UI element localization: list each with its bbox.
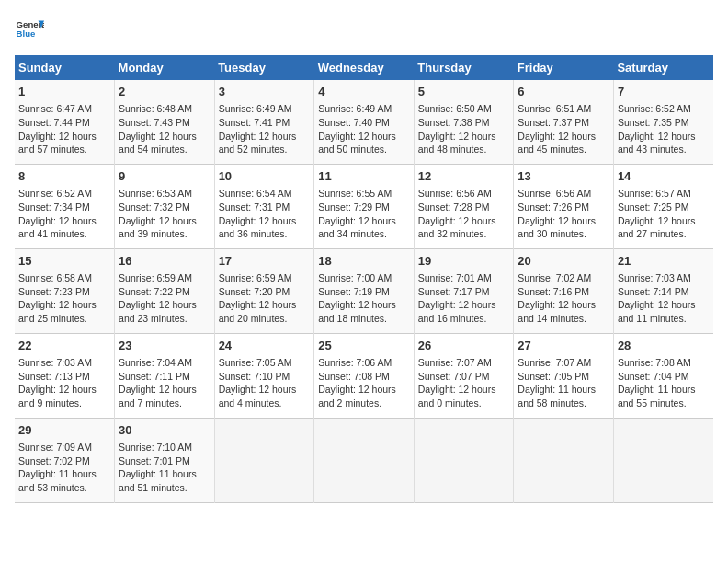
day-number: 2 — [119, 84, 210, 100]
daylight-label: Daylight: 12 hours and 0 minutes. — [418, 384, 496, 408]
daylight-label: Daylight: 12 hours and 25 minutes. — [18, 299, 97, 324]
calendar-cell: 22Sunrise: 7:03 AMSunset: 7:13 PMDayligh… — [15, 333, 115, 418]
daylight-label: Daylight: 12 hours and 7 minutes. — [119, 384, 197, 408]
calendar-cell: 15Sunrise: 6:58 AMSunset: 7:23 PMDayligh… — [15, 248, 115, 333]
sunset: Sunset: 7:05 PM — [518, 371, 589, 382]
calendar-cell: 27Sunrise: 7:07 AMSunset: 7:05 PMDayligh… — [514, 333, 614, 418]
day-header-sunday: Sunday — [15, 55, 115, 80]
sunrise: Sunrise: 6:49 AM — [318, 103, 392, 114]
daylight-label: Daylight: 12 hours and 27 minutes. — [618, 215, 696, 240]
daylight-label: Daylight: 12 hours and 9 minutes. — [18, 384, 97, 408]
day-number: 11 — [318, 168, 410, 185]
calendar-cell: 4Sunrise: 6:49 AMSunset: 7:40 PMDaylight… — [314, 80, 415, 164]
day-number: 29 — [18, 422, 110, 439]
day-number: 26 — [418, 338, 510, 354]
calendar-cell: 28Sunrise: 7:08 AMSunset: 7:04 PMDayligh… — [613, 333, 713, 418]
calendar-cell: 5Sunrise: 6:50 AMSunset: 7:38 PMDaylight… — [414, 80, 514, 164]
sunrise: Sunrise: 7:01 AM — [418, 272, 492, 283]
sunrise: Sunrise: 7:02 AM — [518, 272, 591, 283]
sunset: Sunset: 7:04 PM — [618, 371, 689, 382]
day-number: 17 — [219, 253, 311, 270]
sunrise: Sunrise: 7:07 AM — [418, 357, 492, 368]
daylight-label: Daylight: 12 hours and 34 minutes. — [318, 215, 396, 240]
daylight-label: Daylight: 12 hours and 36 minutes. — [219, 215, 297, 240]
sunset: Sunset: 7:28 PM — [418, 201, 490, 213]
sunrise: Sunrise: 6:52 AM — [18, 188, 92, 199]
svg-text:Blue: Blue — [17, 29, 36, 39]
calendar-cell — [414, 418, 514, 502]
daylight-label: Daylight: 12 hours and 18 minutes. — [318, 299, 396, 324]
week-row-3: 15Sunrise: 6:58 AMSunset: 7:23 PMDayligh… — [15, 248, 713, 333]
daylight-label: Daylight: 12 hours and 39 minutes. — [119, 215, 197, 240]
calendar-cell: 25Sunrise: 7:06 AMSunset: 7:08 PMDayligh… — [314, 333, 415, 418]
sunset: Sunset: 7:14 PM — [618, 286, 689, 297]
daylight-label: Daylight: 12 hours and 43 minutes. — [618, 131, 696, 155]
day-number: 19 — [418, 253, 510, 270]
sunrise: Sunrise: 6:54 AM — [219, 188, 292, 199]
calendar-cell — [613, 418, 713, 502]
sunset: Sunset: 7:16 PM — [518, 286, 589, 297]
sunrise: Sunrise: 7:07 AM — [518, 357, 591, 368]
sunset: Sunset: 7:23 PM — [18, 286, 90, 297]
sunset: Sunset: 7:34 PM — [18, 201, 90, 213]
sunrise: Sunrise: 7:10 AM — [119, 442, 192, 453]
day-number: 18 — [318, 253, 410, 270]
day-number: 12 — [418, 168, 510, 185]
day-number: 6 — [518, 84, 609, 100]
daylight-label: Daylight: 11 hours and 55 minutes. — [618, 384, 696, 408]
day-number: 7 — [618, 84, 710, 100]
sunset: Sunset: 7:17 PM — [418, 286, 490, 297]
daylight-label: Daylight: 12 hours and 20 minutes. — [219, 299, 297, 324]
calendar-cell: 20Sunrise: 7:02 AMSunset: 7:16 PMDayligh… — [514, 248, 614, 333]
sunset: Sunset: 7:29 PM — [318, 201, 390, 213]
calendar-cell: 14Sunrise: 6:57 AMSunset: 7:25 PMDayligh… — [613, 164, 713, 248]
week-row-4: 22Sunrise: 7:03 AMSunset: 7:13 PMDayligh… — [15, 333, 713, 418]
calendar-cell: 10Sunrise: 6:54 AMSunset: 7:31 PMDayligh… — [214, 164, 314, 248]
sunset: Sunset: 7:02 PM — [18, 455, 90, 466]
calendar-cell: 18Sunrise: 7:00 AMSunset: 7:19 PMDayligh… — [314, 248, 415, 333]
day-header-friday: Friday — [514, 55, 614, 80]
daylight-label: Daylight: 12 hours and 14 minutes. — [518, 299, 596, 324]
calendar-cell: 12Sunrise: 6:56 AMSunset: 7:28 PMDayligh… — [414, 164, 514, 248]
calendar-cell: 26Sunrise: 7:07 AMSunset: 7:07 PMDayligh… — [414, 333, 514, 418]
logo: General Blue — [15, 15, 44, 44]
calendar-cell: 30Sunrise: 7:10 AMSunset: 7:01 PMDayligh… — [115, 418, 215, 502]
calendar-cell: 2Sunrise: 6:48 AMSunset: 7:43 PMDaylight… — [115, 80, 215, 164]
calendar-cell: 21Sunrise: 7:03 AMSunset: 7:14 PMDayligh… — [613, 248, 713, 333]
sunrise: Sunrise: 6:58 AM — [18, 272, 92, 283]
sunset: Sunset: 7:25 PM — [618, 201, 689, 213]
sunrise: Sunrise: 7:05 AM — [219, 357, 292, 368]
sunrise: Sunrise: 6:53 AM — [119, 188, 192, 199]
sunset: Sunset: 7:38 PM — [418, 117, 490, 128]
sunset: Sunset: 7:07 PM — [418, 371, 490, 382]
day-number: 15 — [18, 253, 110, 270]
calendar-cell: 29Sunrise: 7:09 AMSunset: 7:02 PMDayligh… — [15, 418, 115, 502]
sunset: Sunset: 7:11 PM — [119, 371, 190, 382]
sunset: Sunset: 7:31 PM — [219, 201, 290, 213]
week-row-1: 1Sunrise: 6:47 AMSunset: 7:44 PMDaylight… — [15, 80, 713, 164]
sunset: Sunset: 7:13 PM — [18, 371, 90, 382]
daylight-label: Daylight: 12 hours and 11 minutes. — [618, 299, 696, 324]
week-row-2: 8Sunrise: 6:52 AMSunset: 7:34 PMDaylight… — [15, 164, 713, 248]
day-number: 21 — [618, 253, 710, 270]
day-number: 22 — [18, 338, 110, 354]
sunset: Sunset: 7:40 PM — [318, 117, 390, 128]
day-number: 20 — [518, 253, 609, 270]
sunrise: Sunrise: 6:49 AM — [219, 103, 292, 114]
sunset: Sunset: 7:20 PM — [219, 286, 290, 297]
sunset: Sunset: 7:08 PM — [318, 371, 390, 382]
day-header-monday: Monday — [115, 55, 215, 80]
sunset: Sunset: 7:01 PM — [119, 455, 190, 466]
sunrise: Sunrise: 7:03 AM — [618, 272, 691, 283]
calendar-cell: 23Sunrise: 7:04 AMSunset: 7:11 PMDayligh… — [115, 333, 215, 418]
sunset: Sunset: 7:35 PM — [618, 117, 689, 128]
sunset: Sunset: 7:22 PM — [119, 286, 190, 297]
calendar-cell: 8Sunrise: 6:52 AMSunset: 7:34 PMDaylight… — [15, 164, 115, 248]
calendar-cell: 24Sunrise: 7:05 AMSunset: 7:10 PMDayligh… — [214, 333, 314, 418]
calendar-cell: 13Sunrise: 6:56 AMSunset: 7:26 PMDayligh… — [514, 164, 614, 248]
day-number: 4 — [318, 84, 410, 100]
sunrise: Sunrise: 6:50 AM — [418, 103, 492, 114]
day-number: 9 — [119, 168, 210, 185]
sunrise: Sunrise: 6:59 AM — [219, 272, 292, 283]
day-number: 1 — [18, 84, 110, 100]
